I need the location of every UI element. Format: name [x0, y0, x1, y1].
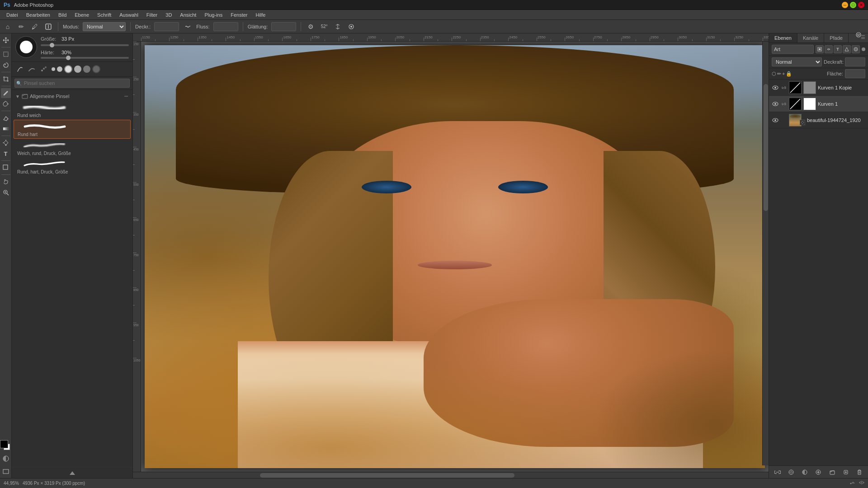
layer-visibility-kurven-kopie[interactable]: [772, 84, 779, 91]
menu-plugins[interactable]: Plug-ins: [201, 11, 226, 19]
new-adjustment-button[interactable]: [814, 468, 823, 477]
brush-tool[interactable]: [1, 88, 11, 98]
horizontal-scrollbar[interactable]: [133, 472, 769, 478]
filter-shape-icon[interactable]: [843, 45, 851, 53]
fill-input[interactable]: 100%: [845, 69, 865, 78]
maximize-button[interactable]: □: [850, 2, 856, 8]
harte-slider[interactable]: [41, 57, 129, 59]
layer-link-kurven[interactable]: [781, 101, 787, 107]
menu-auswahl[interactable]: Auswahl: [116, 11, 142, 19]
menu-filter[interactable]: Filter: [143, 11, 161, 19]
menu-3d[interactable]: 3D: [162, 11, 175, 19]
move-tool[interactable]: [1, 35, 11, 45]
layer-row-photo[interactable]: beautiful-1944724_1920: [769, 112, 868, 128]
menu-schrift[interactable]: Schrift: [94, 11, 115, 19]
delete-layer-button[interactable]: [855, 468, 864, 477]
preset-circle-xl[interactable]: [74, 66, 81, 73]
settings-icon[interactable]: ⚙: [306, 22, 316, 32]
brush-tool-icon[interactable]: ✏: [16, 22, 26, 32]
modus-dropdown[interactable]: Normal Multiplizieren Abwedeln: [83, 22, 126, 31]
brush-shape-2[interactable]: [26, 64, 37, 75]
lock-pixels-icon[interactable]: ✏: [777, 71, 781, 77]
lock-transparent-icon[interactable]: ⬡: [772, 71, 776, 77]
menu-bearbeiten[interactable]: Bearbeiten: [23, 11, 54, 19]
brush-settings-icon[interactable]: [855, 32, 862, 39]
preset-circle-xxl[interactable]: [83, 66, 90, 73]
menu-ebene[interactable]: Ebene: [71, 11, 93, 19]
symmetry-icon[interactable]: [333, 22, 343, 32]
new-group-button[interactable]: [828, 468, 837, 477]
link-layers-button[interactable]: [773, 468, 782, 477]
eraser-tool[interactable]: [1, 113, 11, 123]
grosse-slider[interactable]: [41, 44, 129, 46]
brush-group-header[interactable]: ▼ Allgemeine Pinsel: [12, 92, 132, 101]
menu-hilfe[interactable]: Hilfe: [252, 11, 269, 19]
screen-mode-tool[interactable]: [1, 466, 11, 476]
pressure-icon[interactable]: [346, 22, 356, 32]
filter-smartobj-icon[interactable]: [852, 45, 860, 53]
brush-item-rund-hart[interactable]: Rund hart: [14, 120, 131, 139]
add-mask-button[interactable]: [800, 468, 809, 477]
layer-visibility-kurven[interactable]: [772, 100, 779, 108]
angle-icon[interactable]: 52°: [319, 22, 329, 32]
brush-panel-bottom[interactable]: [12, 467, 132, 478]
minimize-button[interactable]: ─: [842, 2, 848, 8]
new-layer-button[interactable]: [841, 468, 850, 477]
menu-ansicht[interactable]: Ansicht: [176, 11, 200, 19]
gradient-tool[interactable]: [1, 124, 11, 134]
shape-tool[interactable]: [1, 163, 11, 173]
layer-row-kurven-kopie[interactable]: Kurven 1 Kopie: [769, 80, 868, 96]
preset-circle-sm[interactable]: [52, 67, 55, 71]
color-swatches[interactable]: [0, 440, 12, 452]
blend-mode-dropdown[interactable]: Normal Multiplizieren Abwedeln Abdunkeln: [772, 57, 822, 66]
brush-item-rund-hart-druck[interactable]: Rund, hart, Druck, Größe: [14, 158, 131, 176]
preset-circle-soft[interactable]: [92, 65, 100, 73]
v-scroll-thumb[interactable]: [764, 84, 768, 211]
filter-pixel-icon[interactable]: [816, 45, 824, 53]
canvas-viewport[interactable]: [141, 42, 769, 472]
vertical-scrollbar[interactable]: [762, 42, 769, 465]
pen-tool[interactable]: [1, 138, 11, 148]
marquee-tool[interactable]: [1, 49, 11, 59]
glattung-input[interactable]: 0%: [271, 22, 296, 31]
tab-kanale[interactable]: Kanäle: [797, 33, 824, 42]
lock-position-icon[interactable]: +: [782, 71, 785, 77]
brush-item-rund-weich[interactable]: Rund weich: [14, 101, 131, 119]
titlebar-controls[interactable]: ─ □ ✕: [842, 2, 864, 8]
preset-circle-lg[interactable]: [64, 65, 72, 73]
preset-circle-md[interactable]: [57, 66, 62, 72]
opacity-input[interactable]: 100%: [845, 57, 865, 66]
layer-link-kurven-kopie[interactable]: [781, 84, 787, 91]
hand-tool[interactable]: [1, 177, 11, 187]
brush-shape-3[interactable]: [38, 64, 49, 75]
menu-fenster[interactable]: Fenster: [227, 11, 251, 19]
layer-row-kurven[interactable]: Kurven 1: [769, 96, 868, 112]
brush-item-weich-rund[interactable]: Weich, rund, Druck, Größe: [14, 139, 131, 157]
foreground-color-swatch[interactable]: [0, 440, 8, 448]
quick-mask-tool[interactable]: [1, 454, 11, 464]
airbrush-icon[interactable]: [183, 22, 193, 32]
lock-all-icon[interactable]: 🔒: [786, 71, 792, 77]
fluss-input[interactable]: 100%: [213, 22, 238, 31]
menu-bild[interactable]: Bild: [55, 11, 70, 19]
crop-tool[interactable]: [1, 74, 11, 84]
pencil-tool-icon[interactable]: 🖊: [30, 22, 40, 32]
layer-search-input[interactable]: [772, 45, 814, 54]
stamp-tool-icon[interactable]: [43, 22, 53, 32]
deckraft-input[interactable]: 35%: [154, 22, 179, 31]
menu-datei[interactable]: Datei: [3, 11, 22, 19]
add-style-button[interactable]: [787, 468, 796, 477]
brush-search-input[interactable]: [14, 79, 130, 88]
tab-pfade[interactable]: Pfade: [824, 33, 849, 42]
text-tool[interactable]: T: [1, 149, 11, 159]
layer-visibility-photo[interactable]: [772, 117, 779, 124]
brush-shape-1[interactable]: [14, 64, 25, 75]
lasso-tool[interactable]: [1, 60, 11, 70]
home-icon[interactable]: ⌂: [3, 22, 13, 32]
close-button[interactable]: ✕: [858, 2, 864, 8]
filter-text-icon[interactable]: T: [834, 45, 842, 53]
zoom-tool[interactable]: [1, 188, 11, 197]
clone-stamp-tool[interactable]: [1, 99, 11, 109]
h-scroll-thumb[interactable]: [260, 473, 514, 478]
tab-ebenen[interactable]: Ebenen: [769, 33, 797, 42]
